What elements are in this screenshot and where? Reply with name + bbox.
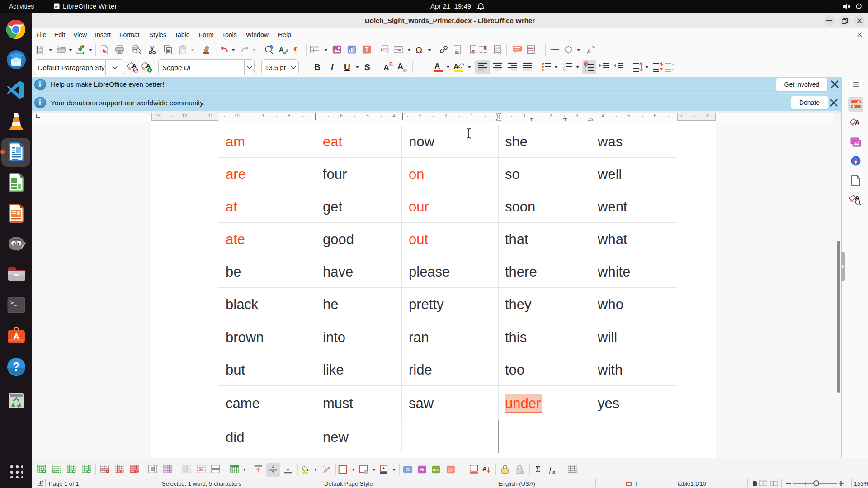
svg-text:0.0: 0.0 (433, 468, 439, 472)
svg-text:B: B (403, 68, 407, 73)
svg-text:Σ: Σ (535, 465, 540, 474)
svg-text:?: ? (13, 360, 20, 373)
svg-text:A: A (855, 119, 859, 126)
svg-text:Ω: Ω (416, 45, 422, 54)
svg-text:A: A (482, 465, 487, 473)
svg-text:B: B (389, 61, 393, 67)
svg-text:A: A (383, 63, 389, 72)
svg-text:>_: >_ (10, 300, 17, 306)
svg-text:f: f (549, 465, 552, 474)
svg-text:x: x (552, 469, 555, 474)
svg-text:3: 3 (563, 69, 565, 72)
svg-text:T: T (365, 47, 368, 53)
svg-text:A: A (397, 62, 403, 71)
svg-text:¶: ¶ (294, 45, 298, 54)
svg-text:A: A (453, 63, 459, 70)
svg-text:2: 2 (563, 66, 565, 69)
svg-text:A: A (434, 62, 440, 70)
svg-text:@: @ (448, 467, 453, 472)
svg-text:%: % (420, 467, 424, 472)
svg-text:1: 1 (563, 62, 565, 66)
